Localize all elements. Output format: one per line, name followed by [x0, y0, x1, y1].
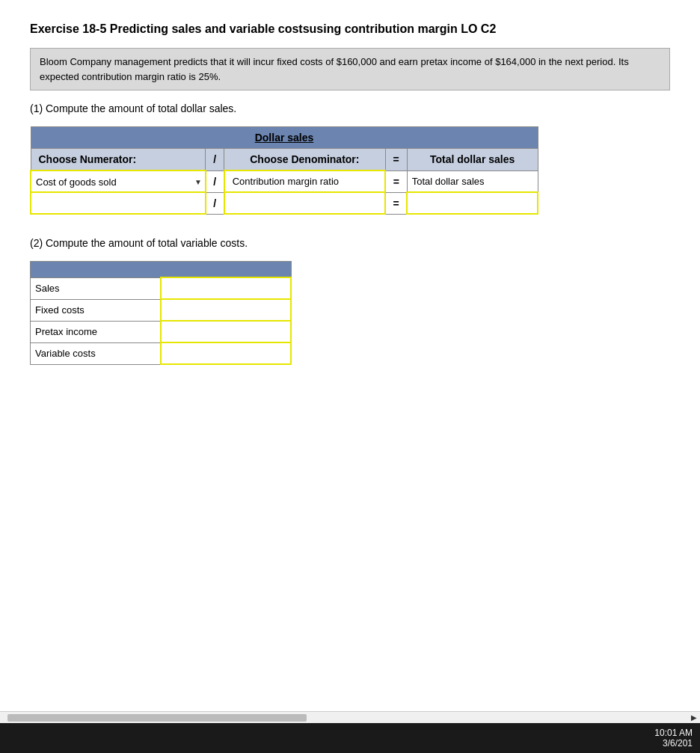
- exercise-title: Exercise 18-5 Predicting sales and varia…: [30, 22, 670, 36]
- fixed-costs-input[interactable]: [166, 303, 286, 317]
- result-cell-2[interactable]: [407, 192, 538, 214]
- vc-input-pretax-income[interactable]: [161, 321, 291, 342]
- variable-costs-table: Sales Fixed costs Pretax income: [30, 261, 292, 365]
- sales-input[interactable]: [166, 281, 286, 295]
- vc-label-variable-costs: Variable costs: [31, 342, 161, 364]
- operator2-header: =: [385, 149, 407, 171]
- column-headers-row: Choose Numerator: / Choose Denominator: …: [31, 149, 538, 171]
- vc-input-fixed-costs[interactable]: [161, 299, 291, 321]
- col2-header: Choose Denominator:: [224, 149, 385, 171]
- col3-header: Total dollar sales: [407, 149, 538, 171]
- vc-input-variable-costs[interactable]: [161, 342, 291, 364]
- taskbar-time: 10:01 AM 3/6/201: [654, 728, 693, 749]
- vc-label-fixed-costs: Fixed costs: [31, 299, 161, 321]
- scroll-right-icon[interactable]: ▶: [691, 713, 697, 722]
- operator-cell-2: /: [206, 192, 224, 214]
- taskbar: 10:01 AM 3/6/201: [0, 723, 700, 753]
- clock-time: 10:01 AM: [654, 728, 693, 738]
- table-row: / =: [31, 192, 538, 214]
- equals-cell-2: =: [385, 192, 407, 214]
- table-row: Variable costs: [31, 342, 292, 364]
- dollar-sales-table: Dollar sales Choose Numerator: / Choose …: [30, 126, 538, 215]
- section1-instruction: (1) Compute the amount of total dollar s…: [30, 102, 670, 114]
- result-input-2[interactable]: [412, 196, 532, 210]
- numerator-input-2[interactable]: [36, 196, 200, 210]
- main-content: Exercise 18-5 Predicting sales and varia…: [0, 0, 700, 380]
- table-title-row: Dollar sales: [31, 127, 538, 149]
- table-row: Sales: [31, 277, 292, 299]
- denominator-input-1[interactable]: [230, 174, 380, 188]
- dollar-sales-header: Dollar sales: [31, 127, 538, 149]
- table-row: Fixed costs: [31, 299, 292, 321]
- scrollbar-thumb[interactable]: [7, 714, 307, 722]
- clock-date: 3/6/201: [654, 738, 693, 749]
- operator-cell-1: /: [206, 170, 224, 192]
- denominator-cell-1[interactable]: [224, 170, 385, 192]
- numerator-cell-1[interactable]: Cost of goods sold ▼: [31, 170, 206, 192]
- operator1-header: /: [206, 149, 224, 171]
- col1-header: Choose Numerator:: [31, 149, 206, 171]
- vc-label-sales: Sales: [31, 277, 161, 299]
- denominator-cell-2[interactable]: [224, 192, 385, 214]
- vc-input-sales[interactable]: [161, 277, 291, 299]
- table-row: Cost of goods sold ▼ / = Total dollar sa…: [31, 170, 538, 192]
- vc-header-cell: [31, 262, 292, 278]
- description-box: Bloom Company management predicts that i…: [30, 48, 670, 90]
- equals-cell-1: =: [385, 170, 407, 192]
- section2-instruction: (2) Compute the amount of total variable…: [30, 237, 670, 249]
- vc-label-pretax-income: Pretax income: [31, 321, 161, 342]
- denominator-input-2[interactable]: [230, 196, 380, 210]
- vc-header-row: [31, 262, 292, 278]
- horizontal-scrollbar[interactable]: ▶: [0, 711, 700, 723]
- numerator-cell-2[interactable]: [31, 192, 206, 214]
- variable-costs-input[interactable]: [166, 346, 286, 360]
- table-row: Pretax income: [31, 321, 292, 342]
- numerator-select-1[interactable]: Cost of goods sold: [36, 176, 200, 188]
- pretax-income-input[interactable]: [166, 325, 286, 339]
- result-cell-1: Total dollar sales: [407, 170, 538, 192]
